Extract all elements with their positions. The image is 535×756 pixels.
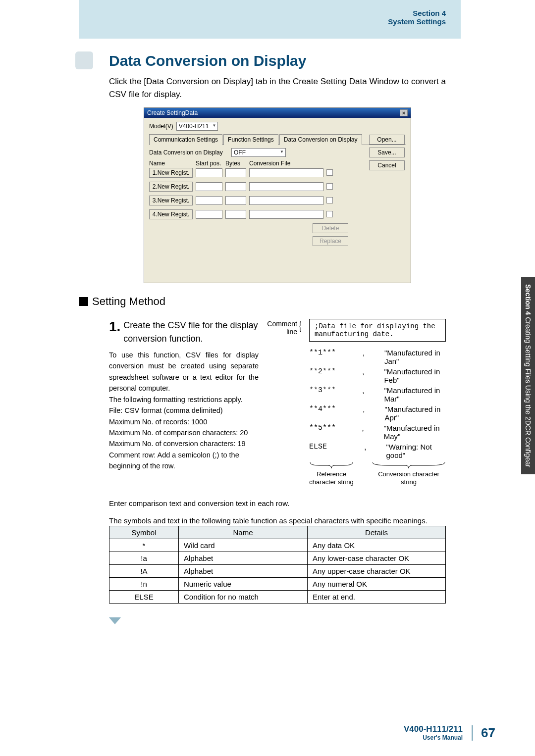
start-input[interactable] (196, 182, 222, 191)
file-input[interactable] (249, 182, 323, 191)
ref-label: Reference character string (309, 470, 354, 487)
step-body-text: Maximum No. of conversion characters: 19 (109, 438, 259, 449)
delete-button[interactable]: Delete (313, 223, 348, 233)
list-item: **2***,"Manufactured in Feb" (309, 367, 446, 384)
list-item: **5***,"Manufactured in May" (309, 424, 446, 441)
col-name: Name (149, 160, 193, 167)
row-checkbox[interactable] (326, 197, 333, 203)
table-row: *Wild cardAny data OK (109, 539, 446, 552)
new-regist-2[interactable]: 2.New Regist. (149, 182, 193, 192)
table-row: 3.New Regist. (149, 196, 406, 205)
step-body-text: To use this function, CSV files for disp… (109, 350, 259, 394)
symbols-table: Symbol Name Details *Wild cardAny data O… (109, 526, 446, 604)
close-icon[interactable]: × (400, 109, 408, 116)
new-regist-4[interactable]: 4.New Regist. (149, 209, 193, 219)
tab-comm-settings[interactable]: Communication Settings (149, 134, 222, 145)
model-select[interactable]: V400-H211 (176, 122, 218, 131)
intro-text: Click the [Data Conversion on Display] t… (109, 75, 446, 101)
row-checkbox[interactable] (326, 211, 333, 217)
page-title: Data Conversion on Display (109, 52, 446, 69)
table-row: 2.New Regist. (149, 182, 406, 192)
footer-manual: User's Manual (404, 734, 463, 741)
side-tab: Section 4 Creating Setting Files Using t… (521, 277, 535, 474)
th-details: Details (308, 526, 446, 539)
step-title: Create the CSV file for the display conv… (123, 319, 259, 346)
col-start: Start pos. (196, 160, 222, 167)
tab-data-conversion[interactable]: Data Conversion on Display (279, 134, 362, 145)
step-body-text: Maximum No. of records: 1000 (109, 416, 259, 427)
underbrace-icon (372, 461, 446, 468)
bytes-input[interactable] (225, 182, 246, 191)
page-number: 67 (472, 725, 495, 741)
list-item: ELSE,"Warning: Not good" (309, 443, 446, 459)
table-row: !aAlphabetAny lower-case character OK (109, 552, 446, 565)
bytes-input[interactable] (225, 168, 246, 177)
step-body-text: Comment row: Add a semicolon (;) to the … (109, 450, 259, 472)
brace-icon: { (299, 319, 301, 333)
enter-compare-text: Enter comparison text and conversion tex… (109, 499, 446, 507)
file-input[interactable] (249, 168, 323, 177)
table-row: !AAlphabetAny upper-case character OK (109, 565, 446, 578)
step-body-text: File: CSV format (comma delimited) (109, 405, 259, 416)
table-caption: The symbols and text in the following ta… (109, 516, 446, 525)
underbrace-icon (309, 461, 354, 468)
col-file: Conversion File (249, 160, 290, 167)
th-symbol: Symbol (109, 526, 179, 539)
step-number: 1. (109, 319, 120, 335)
th-name: Name (179, 526, 308, 539)
model-label: Model(V) (149, 123, 173, 130)
col-bytes: Bytes (225, 160, 246, 167)
section-label: Section 4 (79, 9, 446, 17)
tab-function-settings[interactable]: Function Settings (223, 134, 278, 145)
cancel-button[interactable]: Cancel (369, 160, 405, 170)
dialog-screenshot: Create SettingData × Model(V) V400-H211 … (144, 107, 411, 283)
list-item: **4***,"Manufactured in Apr" (309, 405, 446, 422)
start-input[interactable] (196, 210, 222, 219)
footer-model: V400-H111/211 (404, 724, 463, 734)
dialog-tabs: Communication Settings Function Settings… (149, 134, 406, 145)
row-checkbox[interactable] (326, 183, 333, 190)
csv-sample: **1***,"Manufactured in Jan" **2***,"Man… (309, 349, 446, 459)
save-button[interactable]: Save... (369, 148, 405, 157)
open-button[interactable]: Open... (369, 135, 405, 145)
list-item: **1***,"Manufactured in Jan" (309, 349, 446, 365)
replace-button[interactable]: Replace (313, 236, 348, 246)
table-header-row: Symbol Name Details (109, 526, 446, 539)
step-body-text: The following formatting restrictions ap… (109, 394, 259, 405)
new-regist-1[interactable]: 1.New Regist. (149, 168, 193, 178)
table-row: 4.New Regist. (149, 209, 406, 219)
file-input[interactable] (249, 210, 323, 219)
dcd-label: Data Conversion on Display (149, 149, 228, 156)
page-footer: V400-H111/211 User's Manual 67 (404, 724, 495, 741)
step-body-text: Maximum No. of comparison characters: 20 (109, 427, 259, 438)
comment-line-label: Comment line (261, 320, 297, 336)
table-row: ELSECondition for no matchEnter at end. (109, 591, 446, 604)
bytes-input[interactable] (225, 196, 246, 205)
dcd-select[interactable]: OFF (231, 148, 286, 157)
file-input[interactable] (249, 196, 323, 205)
bytes-input[interactable] (225, 210, 246, 219)
new-regist-3[interactable]: 3.New Regist. (149, 196, 193, 205)
table-row: 1.New Regist. (149, 168, 406, 178)
start-input[interactable] (196, 168, 222, 177)
setting-method-heading: Setting Method (79, 295, 446, 308)
heading-accent (75, 51, 93, 69)
dialog-title: Create SettingData (147, 109, 198, 116)
start-input[interactable] (196, 196, 222, 205)
square-bullet-icon (79, 297, 88, 306)
row-checkbox[interactable] (326, 169, 333, 176)
list-item: **3***,"Manufactured in Mar" (309, 386, 446, 403)
page-header: Section 4 System Settings (79, 0, 461, 26)
csv-comment-box: ;Data file for displaying the manufactur… (309, 319, 446, 342)
section-title: System Settings (79, 17, 446, 26)
continue-arrow-icon (109, 617, 121, 624)
conv-label: Conversion character string (372, 470, 446, 487)
table-row: !nNumeric valueAny numeral OK (109, 578, 446, 591)
